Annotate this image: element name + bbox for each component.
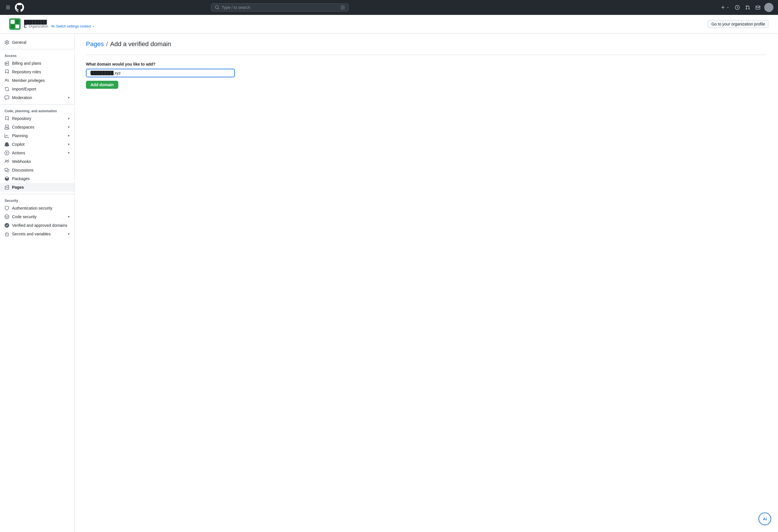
- activity-button[interactable]: [733, 3, 741, 11]
- create-button[interactable]: [719, 3, 731, 11]
- packages-icon: [5, 176, 10, 181]
- access-section-label: Access: [0, 52, 74, 59]
- sidebar-item-codespaces[interactable]: Codespaces ▾: [0, 123, 74, 131]
- org-info: ████████ Organization · Switch settings …: [24, 20, 95, 28]
- sidebar-item-discussions[interactable]: Discussions: [0, 166, 74, 174]
- repo-roles-label: Repository roles: [12, 70, 41, 74]
- webhooks-icon: [5, 159, 10, 164]
- gear-icon: [5, 40, 10, 45]
- search-input[interactable]: [222, 5, 338, 10]
- member-privileges-label: Member privileges: [12, 78, 45, 83]
- sidebar-item-moderation[interactable]: Moderation ▾: [0, 93, 74, 102]
- github-logo[interactable]: [15, 3, 24, 12]
- search-box[interactable]: /: [211, 3, 348, 11]
- codespaces-chevron: ▾: [68, 125, 70, 129]
- sidebar-item-packages[interactable]: Packages: [0, 174, 74, 183]
- breadcrumb: Pages / Add a verified domain: [86, 40, 767, 48]
- inbox-button[interactable]: [754, 3, 762, 11]
- webhooks-label: Webhooks: [12, 159, 31, 164]
- sidebar: General Access Billing and plans Reposit…: [0, 33, 74, 532]
- sidebar-item-actions[interactable]: Actions ▾: [0, 149, 74, 157]
- sidebar-item-repository-roles[interactable]: Repository roles: [0, 68, 74, 76]
- add-domain-form: What domain would you like to add? Add d…: [86, 62, 767, 89]
- logo-cell: [15, 25, 19, 29]
- ai-label: Ai: [763, 517, 767, 521]
- domain-input[interactable]: [86, 69, 235, 77]
- org-logo: [9, 18, 21, 30]
- repository-chevron: ▾: [68, 116, 70, 120]
- security-section-label: Security: [0, 196, 74, 204]
- pull-requests-button[interactable]: [744, 3, 752, 11]
- sync-icon: [5, 86, 10, 92]
- copilot-icon: [5, 142, 10, 147]
- verified-icon: [5, 223, 10, 228]
- logo-cell: [11, 20, 15, 24]
- sidebar-item-planning[interactable]: Planning ▾: [0, 131, 74, 140]
- comment-icon: [5, 95, 10, 100]
- domain-form-label: What domain would you like to add?: [86, 62, 767, 67]
- divider3: [0, 194, 74, 194]
- discussions-label: Discussions: [12, 168, 33, 172]
- org-type-label: Organization: [29, 24, 48, 28]
- org-profile-button[interactable]: Go to your organization profile: [708, 20, 769, 28]
- discussions-icon: [5, 168, 10, 173]
- breadcrumb-parent-link[interactable]: Pages: [86, 40, 104, 48]
- org-type: Organization · Switch settings context: [24, 24, 95, 28]
- code-security-chevron: ▾: [68, 215, 70, 219]
- breadcrumb-separator: /: [106, 40, 108, 48]
- codesec-icon: [5, 214, 10, 219]
- pages-label: Pages: [12, 185, 24, 190]
- sidebar-item-verified-domains[interactable]: Verified and approved domains: [0, 221, 74, 230]
- repository-label: Repository: [12, 116, 31, 121]
- auth-security-label: Authentication security: [12, 206, 53, 210]
- main-layout: General Access Billing and plans Reposit…: [0, 33, 778, 532]
- packages-label: Packages: [12, 176, 29, 181]
- secrets-label: Secrets and variables: [12, 232, 51, 236]
- codespaces-icon: [5, 124, 10, 130]
- code-security-label: Code security: [12, 214, 37, 219]
- logo-cell: [11, 25, 15, 29]
- actions-chevron: ▾: [68, 151, 70, 155]
- actions-icon: [5, 150, 10, 156]
- hamburger-button[interactable]: [5, 4, 11, 11]
- sidebar-item-secrets[interactable]: Secrets and variables ▾: [0, 230, 74, 238]
- content-divider: [86, 55, 767, 55]
- divider: [0, 49, 74, 49]
- codespaces-label: Codespaces: [12, 125, 34, 129]
- sidebar-item-billing[interactable]: Billing and plans: [0, 59, 74, 68]
- secrets-chevron: ▾: [68, 232, 70, 236]
- org-name: ████████: [24, 20, 95, 24]
- add-domain-button[interactable]: Add domain: [86, 81, 118, 89]
- moderation-label: Moderation: [12, 95, 32, 100]
- moderation-chevron: ▾: [68, 96, 70, 100]
- people-icon: [5, 78, 10, 83]
- sidebar-item-general[interactable]: General: [0, 38, 74, 47]
- sidebar-item-webhooks[interactable]: Webhooks: [0, 157, 74, 166]
- actions-label: Actions: [12, 151, 25, 155]
- ai-fab[interactable]: Ai: [759, 513, 771, 525]
- planning-icon: [5, 133, 10, 138]
- sidebar-item-import-export[interactable]: Import/Export: [0, 85, 74, 93]
- import-export-label: Import/Export: [12, 87, 36, 91]
- sidebar-item-label: General: [12, 40, 26, 45]
- sidebar-item-pages[interactable]: Pages: [0, 183, 74, 192]
- sidebar-item-copilot[interactable]: Copilot ▾: [0, 140, 74, 149]
- code-section-label: Code, planning, and automation: [0, 107, 74, 114]
- sidebar-item-repository[interactable]: Repository ▾: [0, 114, 74, 123]
- billing-label: Billing and plans: [12, 61, 41, 66]
- logo-cell: [15, 20, 19, 24]
- repo2-icon: [5, 116, 10, 121]
- search-slash: /: [340, 5, 345, 10]
- copilot-label: Copilot: [12, 142, 25, 147]
- planning-chevron: ▾: [68, 134, 70, 138]
- pages-icon: [5, 185, 10, 190]
- secrets-icon: [5, 231, 10, 237]
- repo-icon: [5, 69, 10, 74]
- sidebar-item-auth-security[interactable]: Authentication security: [0, 204, 74, 212]
- sidebar-item-code-security[interactable]: Code security ▾: [0, 212, 74, 221]
- sidebar-item-member-privileges[interactable]: Member privileges: [0, 76, 74, 85]
- divider2: [0, 104, 74, 104]
- switch-context-button[interactable]: Switch settings context: [56, 24, 95, 28]
- avatar[interactable]: [764, 3, 773, 12]
- billing-icon: [5, 61, 10, 66]
